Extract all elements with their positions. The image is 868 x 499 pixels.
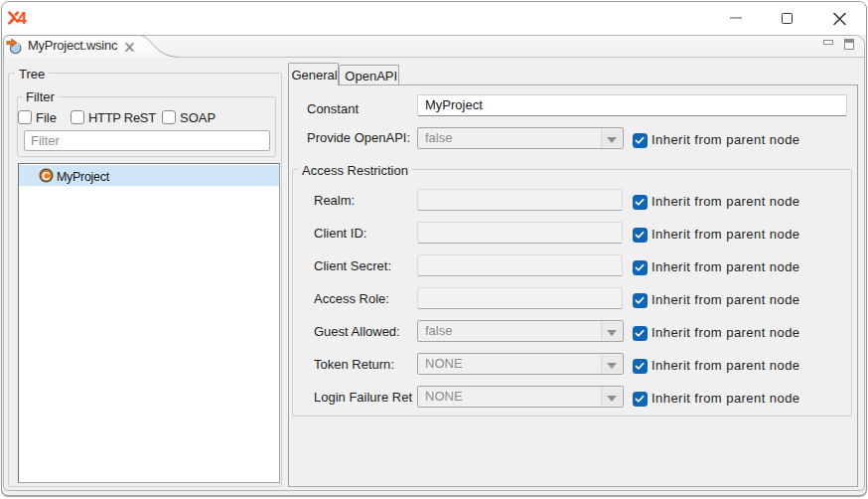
svg-text:C: C [42,170,50,182]
svg-text:4: 4 [18,11,28,26]
